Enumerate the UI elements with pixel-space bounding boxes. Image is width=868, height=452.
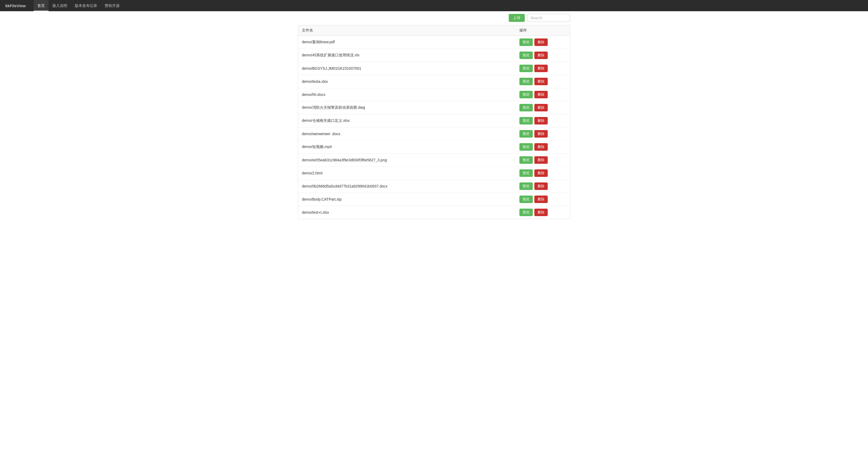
preview-button[interactable]: 预览 [519,65,533,72]
file-actions: 预览删除 [516,49,570,62]
delete-button[interactable]: 删除 [534,156,548,164]
file-table: 文件名 操作 demo/案例8new.pdf预览删除demo/45系统扩展接口使… [298,25,570,219]
preview-button[interactable]: 预览 [519,130,533,138]
file-actions: 预览删除 [516,153,570,167]
file-actions: 预览删除 [516,114,570,128]
file-actions: 预览删除 [516,36,570,49]
table-row: demo/Body.CATPart.stp预览删除 [298,193,570,206]
table-row: demo/短视频.mp4预览删除 [298,141,570,153]
nav-item-home[interactable]: 首页 [34,0,49,11]
table-row: demo/消防火灾报警及联动系统图.dwg预览删除 [298,101,570,114]
delete-button[interactable]: 删除 [534,117,548,124]
file-actions: 预览删除 [516,62,570,75]
preview-button[interactable]: 预览 [519,52,533,59]
table-row: demo/ee55eab31c984a3f9e3d830f3f8e5627_3.… [298,153,570,167]
main-content: 上传 文件名 操作 demo/案例8new.pdf预览删除demo/45系统扩展… [292,11,576,224]
preview-button[interactable]: 预览 [519,196,533,203]
table-body: demo/案例8new.pdf预览删除demo/45系统扩展接口使用情况.xls… [298,36,570,219]
file-name: demo/BGSYSJ.JM01GK231007001 [298,62,516,75]
preview-button[interactable]: 预览 [519,156,533,164]
nav-item-release[interactable]: 版本发布记录 [71,0,101,11]
search-input[interactable] [527,14,570,22]
delete-button[interactable]: 删除 [534,130,548,138]
file-name: demo/消防火灾报警及联动系统图.dwg [298,101,516,114]
table-row: demo/test+t.xlsx预览删除 [298,206,570,219]
delete-button[interactable]: 删除 [534,182,548,190]
preview-button[interactable]: 预览 [519,143,533,151]
delete-button[interactable]: 删除 [534,65,548,72]
file-name: demo/hh.docx [298,88,516,101]
delete-button[interactable]: 删除 [534,169,548,177]
file-name: demo/Body.CATPart.stp [298,193,516,206]
nav-item-integration[interactable]: 接入说明 [49,0,71,11]
navbar: kkFileView 首页 接入说明 版本发布记录 赞助开源 [0,0,868,11]
file-actions: 预览删除 [516,167,570,180]
delete-button[interactable]: 删除 [534,78,548,85]
file-actions: 预览删除 [516,88,570,101]
file-actions: 预览删除 [516,193,570,206]
file-name: demo/45系统扩展接口使用情况.xls [298,49,516,62]
file-name: demo/test+t.xlsx [298,206,516,219]
table-row: demo/hh.docx预览删除 [298,88,570,101]
preview-button[interactable]: 预览 [519,169,533,177]
upload-button[interactable]: 上传 [509,14,525,22]
table-row: demo/werwerwer .docx预览删除 [298,128,570,141]
delete-button[interactable]: 删除 [534,209,548,216]
delete-button[interactable]: 删除 [534,52,548,59]
col-header-action: 操作 [516,25,570,36]
delete-button[interactable]: 删除 [534,196,548,203]
file-name: demo/案例8new.pdf [298,36,516,49]
table-row: demo/BGSYSJ.JM01GK231007001预览删除 [298,62,570,75]
table-row: demo/仓储相关接口定义.xlsx预览删除 [298,114,570,128]
delete-button[interactable]: 删除 [534,38,548,46]
file-name: demo/0b2666d5a5cd4d77b31a9299041b0937.do… [298,180,516,193]
file-name: demo/werwerwer .docx [298,128,516,141]
preview-button[interactable]: 预览 [519,182,533,190]
nav-brand: kkFileView [5,3,26,8]
top-bar: 上传 [298,14,570,22]
table-row: demo/45系统扩展接口使用情况.xls预览删除 [298,49,570,62]
file-name: demo/testa.xlsx [298,75,516,88]
table-header: 文件名 操作 [298,25,570,36]
delete-button[interactable]: 删除 [534,104,548,111]
preview-button[interactable]: 预览 [519,104,533,111]
delete-button[interactable]: 删除 [534,143,548,151]
col-header-name: 文件名 [298,25,516,36]
table-row: demo/2.html预览删除 [298,167,570,180]
file-name: demo/仓储相关接口定义.xlsx [298,114,516,128]
file-actions: 预览删除 [516,75,570,88]
preview-button[interactable]: 预览 [519,209,533,216]
table-row: demo/0b2666d5a5cd4d77b31a9299041b0937.do… [298,180,570,193]
preview-button[interactable]: 预览 [519,91,533,98]
nav-item-sponsor[interactable]: 赞助开源 [101,0,123,11]
file-name: demo/2.html [298,167,516,180]
file-actions: 预览删除 [516,128,570,141]
file-actions: 预览删除 [516,180,570,193]
file-actions: 预览删除 [516,141,570,153]
file-actions: 预览删除 [516,206,570,219]
preview-button[interactable]: 预览 [519,78,533,85]
file-actions: 预览删除 [516,101,570,114]
delete-button[interactable]: 删除 [534,91,548,98]
table-row: demo/案例8new.pdf预览删除 [298,36,570,49]
preview-button[interactable]: 预览 [519,38,533,46]
file-name: demo/短视频.mp4 [298,141,516,153]
table-row: demo/testa.xlsx预览删除 [298,75,570,88]
preview-button[interactable]: 预览 [519,117,533,124]
file-name: demo/ee55eab31c984a3f9e3d830f3f8e5627_3.… [298,153,516,167]
